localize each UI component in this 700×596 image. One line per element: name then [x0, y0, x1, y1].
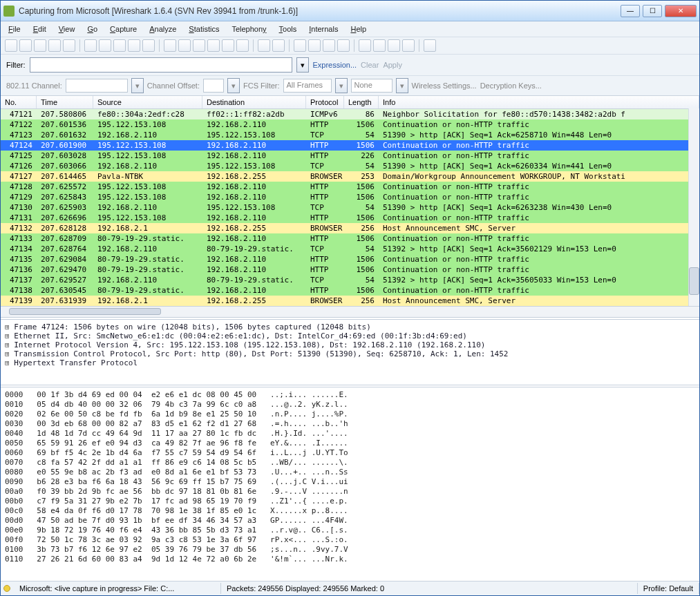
tb-next-icon[interactable]: [193, 39, 205, 52]
close-button[interactable]: ✕: [665, 5, 697, 17]
tb-last-icon[interactable]: [236, 39, 249, 52]
none-select[interactable]: None: [351, 79, 392, 93]
packet-row[interactable]: 47136207.62947080-79-19-29.static.192.16…: [1, 265, 699, 275]
packet-row[interactable]: 47139207.631939192.168.2.1192.168.2.255B…: [1, 296, 699, 306]
cell-dst: 192.168.2.110: [202, 254, 306, 265]
tb-open-icon[interactable]: [84, 39, 97, 52]
cell-proto: HTTP: [306, 265, 344, 275]
menu-capture[interactable]: Capture: [105, 23, 142, 35]
tb-capture-filters-icon[interactable]: [359, 39, 371, 52]
packet-row[interactable]: 47125207.603028195.122.153.108192.168.2.…: [1, 151, 699, 161]
channel-select[interactable]: [66, 79, 128, 93]
packet-row[interactable]: 47122207.601536195.122.153.108192.168.2.…: [1, 119, 699, 130]
wireless-settings-link[interactable]: Wireless Settings...: [412, 81, 477, 90]
tb-restart-icon[interactable]: [63, 39, 75, 52]
packet-row[interactable]: 47133207.62870980-79-19-29.static.192.16…: [1, 233, 699, 244]
col-protocol[interactable]: Protocol: [306, 96, 344, 108]
tb-options-icon[interactable]: [19, 39, 32, 52]
packet-row[interactable]: 47131207.626696195.122.153.108192.168.2.…: [1, 213, 699, 223]
packet-row[interactable]: 47128207.625572195.122.153.108192.168.2.…: [1, 182, 699, 192]
packet-row[interactable]: 47134207.628764192.168.2.11080-79-19-29.…: [1, 244, 699, 254]
col-no[interactable]: No.: [1, 96, 37, 108]
packet-row[interactable]: 47123207.601632192.168.2.110195.122.153.…: [1, 130, 699, 140]
packet-row[interactable]: 47135207.62908480-79-19-29.static.192.16…: [1, 254, 699, 265]
filter-dropdown-button[interactable]: ▾: [296, 57, 309, 73]
packet-row[interactable]: 47126207.603066192.168.2.110195.122.153.…: [1, 161, 699, 171]
menu-edit[interactable]: Edit: [28, 23, 51, 35]
menu-internals[interactable]: Internals: [304, 23, 343, 35]
tb-start-icon[interactable]: [34, 39, 46, 52]
packet-bytes[interactable]: 0000 00 1f 3b d4 69 ed 00 04 e2 e6 e1 dc…: [1, 387, 699, 581]
packet-row[interactable]: 47138207.63054580-79-19-29.static.192.16…: [1, 285, 699, 296]
offset-select[interactable]: [203, 79, 224, 93]
tb-interfaces-icon[interactable]: [5, 39, 17, 52]
menu-tools[interactable]: Tools: [274, 23, 302, 35]
tb-zoomin-icon[interactable]: [294, 39, 306, 52]
tb-help-icon[interactable]: [424, 39, 436, 52]
tb-first-icon[interactable]: [222, 39, 234, 52]
col-source[interactable]: Source: [93, 96, 202, 108]
packet-details[interactable]: Frame 47124: 1506 bytes on wire (12048 b…: [1, 320, 699, 387]
tb-prefs-icon[interactable]: [402, 39, 415, 52]
tb-zoom100-icon[interactable]: [323, 39, 335, 52]
col-length[interactable]: Length: [344, 96, 379, 108]
tb-display-filters-icon[interactable]: [373, 39, 386, 52]
tb-prev-icon[interactable]: [178, 39, 191, 52]
tb-stop-icon[interactable]: [48, 39, 61, 52]
tb-find-icon[interactable]: [164, 39, 176, 52]
tb-zoomout-icon[interactable]: [308, 39, 321, 52]
fcs-dropdown[interactable]: ▾: [335, 78, 348, 93]
packet-row[interactable]: 47121207.580806fe80::304a:2edf:c28ff02::…: [1, 109, 699, 119]
tb-close-icon[interactable]: [113, 39, 126, 52]
detail-line[interactable]: Hypertext Transfer Protocol: [5, 358, 695, 367]
tb-autoscroll-icon[interactable]: [272, 39, 285, 52]
tb-goto-icon[interactable]: [207, 39, 220, 52]
col-time[interactable]: Time: [37, 96, 93, 108]
packet-row[interactable]: 47130207.625903192.168.2.110195.122.153.…: [1, 202, 699, 213]
expression-link[interactable]: Expression...: [313, 61, 357, 69]
menu-view[interactable]: View: [54, 23, 80, 35]
fcs-select[interactable]: All Frames: [283, 79, 332, 93]
detail-line[interactable]: Internet Protocol Version 4, Src: 195.12…: [5, 340, 695, 349]
detail-line[interactable]: Frame 47124: 1506 bytes on wire (12048 b…: [5, 323, 695, 331]
menu-help[interactable]: Help: [346, 23, 371, 35]
decryption-keys-link[interactable]: Decryption Keys...: [480, 81, 542, 90]
h-scrollbar[interactable]: [1, 306, 699, 317]
menu-file[interactable]: File: [3, 23, 26, 35]
tb-resize-cols-icon[interactable]: [337, 39, 350, 52]
cell-info: 51390 > http [ACK] Seq=1 Ack=6258710 Win…: [379, 130, 699, 140]
clear-link[interactable]: Clear: [361, 61, 379, 69]
menu-telephony[interactable]: Telephony: [227, 23, 271, 35]
channel-dropdown[interactable]: ▾: [131, 78, 144, 93]
tb-colorize-icon[interactable]: [258, 39, 270, 52]
v-scrollbar[interactable]: [688, 108, 699, 306]
toolbar: [1, 37, 699, 55]
menu-analyze[interactable]: Analyze: [144, 23, 181, 35]
menu-go[interactable]: Go: [82, 23, 102, 35]
packet-row[interactable]: 47132207.628128192.168.2.1192.168.2.255B…: [1, 223, 699, 233]
tb-save-icon[interactable]: [99, 39, 111, 52]
detail-line[interactable]: Ethernet II, Src: SmcNetwo_e6:e1:dc (00:…: [5, 331, 695, 340]
maximize-button[interactable]: ☐: [643, 5, 662, 17]
filter-input[interactable]: [30, 57, 292, 73]
cell-no: 47124: [1, 140, 37, 151]
offset-dropdown[interactable]: ▾: [227, 78, 240, 93]
packet-row[interactable]: 47124207.601900195.122.153.108192.168.2.…: [1, 140, 699, 151]
packet-row[interactable]: 47137207.629527192.168.2.11080-79-19-29.…: [1, 275, 699, 285]
none-dropdown[interactable]: ▾: [396, 78, 408, 93]
apply-link[interactable]: Apply: [383, 61, 402, 69]
status-profile[interactable]: Profile: Default: [638, 583, 699, 594]
tb-reload-icon[interactable]: [128, 39, 140, 52]
cell-len: 1506: [344, 285, 379, 296]
col-destination[interactable]: Destination: [202, 96, 306, 108]
detail-line[interactable]: Transmission Control Protocol, Src Port:…: [5, 349, 695, 358]
tb-print-icon[interactable]: [142, 39, 155, 52]
tb-coloring-rules-icon[interactable]: [388, 39, 400, 52]
packet-list-body[interactable]: 47121207.580806fe80::304a:2edf:c28ff02::…: [1, 109, 699, 306]
minimize-button[interactable]: —: [621, 5, 640, 17]
packet-row[interactable]: 47129207.625843195.122.153.108192.168.2.…: [1, 192, 699, 202]
cell-info: Continuation or non-HTTP traffic: [379, 192, 699, 202]
packet-row[interactable]: 47127207.614465Pavla-NTBK192.168.2.255BR…: [1, 171, 699, 182]
menu-statistics[interactable]: Statistics: [184, 23, 224, 35]
col-info[interactable]: Info: [379, 96, 699, 108]
